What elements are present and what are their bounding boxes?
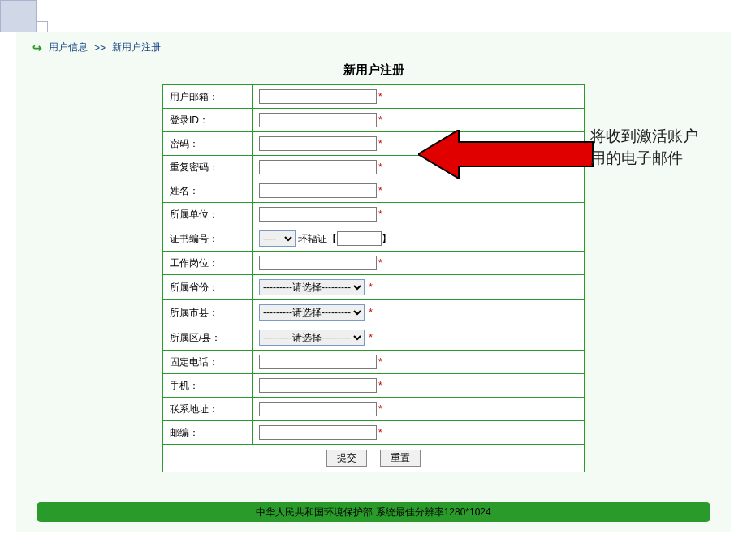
required-asterisk: *	[378, 114, 382, 126]
footer-bar: 中华人民共和国环境保护部 系统最佳分辨率1280*1024	[37, 502, 710, 522]
svg-marker-0	[418, 130, 593, 179]
login-label: 登录ID：	[163, 109, 253, 132]
job-field[interactable]	[259, 256, 377, 270]
name-field[interactable]	[259, 183, 377, 198]
district-label: 所属区/县：	[163, 325, 253, 351]
required-asterisk: *	[369, 307, 373, 318]
page-title: 新用户注册	[24, 62, 723, 78]
submit-button[interactable]: 提交	[326, 450, 367, 467]
required-asterisk: *	[378, 356, 382, 368]
province-label: 所属省份：	[163, 275, 253, 300]
name-label: 姓名：	[163, 179, 253, 203]
reset-button[interactable]: 重置	[380, 450, 421, 467]
annotation-line1: 将收到激活账户	[590, 126, 698, 148]
annotation-line2: 用的电子邮件	[590, 148, 698, 170]
unit-field[interactable]	[259, 207, 377, 222]
district-select[interactable]: ---------请选择---------	[259, 330, 365, 346]
city-select[interactable]: ---------请选择---------	[259, 304, 365, 321]
password-label: 密码：	[163, 132, 253, 156]
required-asterisk: *	[378, 185, 382, 196]
province-select[interactable]: ---------请选择---------	[259, 279, 365, 295]
repassword-label: 重复密码：	[163, 156, 253, 179]
phone-label: 固定电话：	[163, 351, 253, 374]
job-label: 工作岗位：	[163, 252, 253, 275]
deco-block	[0, 0, 37, 32]
email-label: 用户邮箱：	[163, 85, 253, 109]
required-asterisk: *	[378, 257, 382, 269]
mobile-label: 手机：	[163, 374, 253, 398]
breadcrumb: ↪ 用户信息 >> 新用户注册	[24, 41, 723, 54]
cert-number-field[interactable]	[337, 231, 382, 246]
login-field[interactable]	[259, 113, 377, 127]
breadcrumb-arrow-icon: ↪	[32, 41, 42, 54]
address-field[interactable]	[259, 402, 377, 416]
email-field[interactable]	[259, 89, 377, 104]
required-asterisk: *	[378, 380, 382, 391]
cert-label: 证书编号：	[163, 226, 253, 252]
postcode-label: 邮编：	[163, 421, 253, 445]
annotation-text: 将收到激活账户 用的电子邮件	[590, 126, 698, 169]
required-asterisk: *	[369, 332, 373, 343]
required-asterisk: *	[378, 138, 382, 149]
cert-text-suffix: 】	[382, 233, 391, 244]
phone-field[interactable]	[259, 355, 377, 369]
postcode-field[interactable]	[259, 425, 377, 440]
top-decoration	[0, 0, 747, 32]
cert-type-select[interactable]: ----	[259, 230, 296, 247]
unit-label: 所属单位：	[163, 203, 253, 226]
cert-text-prefix: 环辐证【	[298, 233, 337, 244]
repassword-field[interactable]	[259, 160, 377, 174]
required-asterisk: *	[378, 162, 382, 173]
red-arrow-annotation-icon	[418, 130, 597, 179]
password-field[interactable]	[259, 136, 377, 151]
page-container: ↪ 用户信息 >> 新用户注册 新用户注册 用户邮箱： * 登录ID： * 密码…	[16, 32, 731, 532]
mobile-field[interactable]	[259, 378, 377, 393]
deco-block-small	[37, 21, 48, 32]
required-asterisk: *	[378, 403, 382, 415]
address-label: 联系地址：	[163, 398, 253, 421]
breadcrumb-item-userinfo[interactable]: 用户信息	[49, 41, 88, 54]
required-asterisk: *	[378, 209, 382, 220]
required-asterisk: *	[378, 91, 382, 102]
city-label: 所属市县：	[163, 300, 253, 325]
required-asterisk: *	[378, 427, 382, 438]
breadcrumb-separator: >>	[94, 42, 106, 54]
breadcrumb-item-register[interactable]: 新用户注册	[112, 41, 161, 54]
required-asterisk: *	[369, 282, 373, 293]
